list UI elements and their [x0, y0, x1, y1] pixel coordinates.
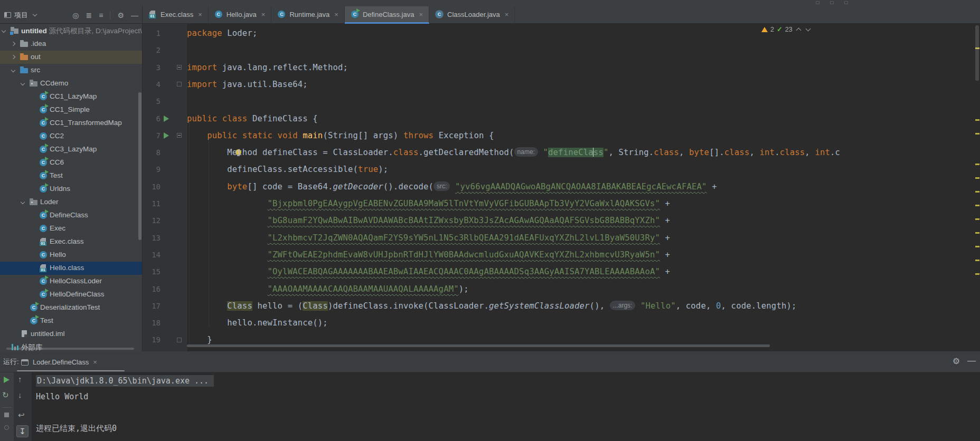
expand-all-icon[interactable]: ≣ — [86, 11, 92, 20]
line-number[interactable]: 8 — [143, 144, 161, 161]
chevron-down-icon[interactable] — [21, 81, 25, 85]
rerun-failed-icon[interactable]: ↻ — [2, 390, 9, 400]
code-line-3[interactable]: import java.lang.reflect.Method; — [187, 59, 348, 76]
code-line-1[interactable]: package Loder; — [187, 25, 257, 42]
close-icon[interactable]: × — [261, 11, 266, 18]
tree-item-Test[interactable]: Test — [0, 314, 143, 328]
rerun-button[interactable] — [4, 377, 10, 383]
tree-item-untitled[interactable]: untitled 源代码根目录, D:\javaProject\un — [0, 24, 143, 37]
tree-item-Loder[interactable]: Loder — [0, 196, 143, 209]
editor-horizontal-scrollbar[interactable] — [187, 344, 770, 347]
line-number[interactable]: 15 — [143, 263, 161, 280]
tree-item-CC1_Simple[interactable]: CC1_Simple — [0, 103, 143, 117]
hide-panel-icon[interactable]: — — [967, 356, 976, 366]
close-icon[interactable]: × — [93, 358, 97, 366]
tree-item-src[interactable]: src — [0, 64, 143, 77]
code-line-9[interactable]: defineClass.setAccessible(true); — [187, 161, 388, 178]
fold-marker-icon[interactable] — [177, 133, 182, 138]
tree-item-DeserializationTest[interactable]: DeserializationTest — [0, 301, 143, 314]
tree-item-CC6[interactable]: CC6 — [0, 156, 143, 169]
line-number[interactable]: 12 — [143, 212, 161, 229]
fold-marker-icon[interactable] — [177, 82, 182, 87]
run-configuration-tab[interactable]: Loder.DefineClass × — [19, 354, 99, 370]
line-number[interactable]: 16 — [143, 281, 161, 298]
code-line-11[interactable]: "Bjxpbml0PgEAAygpVgEABENvZGUBAA9MaW5lTnV… — [187, 195, 670, 212]
tree-item-Hello[interactable]: Hello — [0, 248, 143, 262]
tree-item-HelloDefineClass[interactable]: HelloDefineClass — [0, 288, 143, 301]
tree-item-Exec.class[interactable]: Exec.class — [0, 235, 143, 248]
scroll-to-end-icon[interactable]: ↧ — [16, 425, 29, 437]
run-line-icon[interactable] — [164, 116, 169, 122]
tree-item-Exec[interactable]: Exec — [0, 222, 143, 235]
soft-wrap-icon[interactable]: ↩ — [18, 410, 25, 420]
code-line-10[interactable]: byte[] code = Base64.getDecoder().decode… — [187, 178, 717, 195]
line-number[interactable]: 4 — [143, 76, 161, 93]
line-number[interactable]: 11 — [143, 195, 161, 212]
tree-item-out[interactable]: out — [0, 51, 143, 64]
tree-item-Test[interactable]: Test — [0, 169, 143, 183]
code-line-12[interactable]: "bG8uamF2YQwABwAIBwAVDAAWABcBAAtIZWxsbyB… — [187, 212, 670, 229]
tab-Hello.java[interactable]: Hello.java× — [209, 6, 272, 24]
tree-item-CC1_TransformedMap[interactable]: CC1_TransformedMap — [0, 117, 143, 130]
chevron-right-icon[interactable] — [11, 55, 15, 59]
code-line-8[interactable]: Method defineClass = ClassLoader.class.g… — [187, 144, 840, 161]
close-icon[interactable]: × — [419, 11, 423, 18]
inspections-widget[interactable]: 2 ✓ 23 — [761, 25, 812, 33]
tree-item-Hello.class[interactable]: Hello.class — [0, 262, 143, 275]
prev-problem-icon[interactable] — [796, 28, 801, 33]
hide-panel-icon[interactable]: — — [131, 11, 138, 20]
toolbar-icon[interactable] — [844, 1, 848, 4]
code-line-16[interactable]: "AAAOAAMAAAACAAQABAAMAAUAAQALAAAAAgAM"); — [187, 281, 469, 298]
close-icon[interactable]: × — [334, 11, 338, 18]
toolbar-icon[interactable] — [830, 1, 834, 4]
tree-item-Urldns[interactable]: Urldns — [0, 183, 143, 196]
code-editor[interactable]: 12345678910111213141516171819 package Lo… — [143, 24, 980, 351]
tree-item-CCdemo[interactable]: CCdemo — [0, 77, 143, 90]
line-number[interactable]: 17 — [143, 298, 161, 314]
code-line-7[interactable]: public static void main(String[] args) t… — [187, 127, 494, 144]
tab-DefineClass.java[interactable]: DefineClass.java× — [345, 6, 429, 24]
console-output[interactable]: D:\Java\jdk1.8.0_65\bin\java.exe ...Hell… — [36, 372, 976, 441]
line-number[interactable]: 1 — [143, 25, 161, 42]
gear-icon[interactable]: ⚙ — [117, 11, 124, 20]
line-number[interactable]: 18 — [143, 314, 161, 331]
dump-threads-icon[interactable] — [4, 425, 9, 430]
code-line-13[interactable]: "L2xhbmcvT2JqZWN0AQAQamF2YS9sYW5nL1N5c3R… — [187, 229, 670, 246]
line-number[interactable]: 14 — [143, 246, 161, 263]
tree-item-HelloClassLoder[interactable]: HelloClassLoder — [0, 275, 143, 288]
fold-marker-icon[interactable] — [177, 65, 182, 70]
locate-icon[interactable]: ◎ — [72, 11, 79, 20]
close-icon[interactable]: × — [505, 11, 509, 18]
down-stacktrace-icon[interactable]: ↓ — [18, 390, 22, 399]
code-line-15[interactable]: "OylWACEABQAGAAAAAAABAAEABwAIAAEACQAAAC0… — [187, 263, 670, 280]
tree-item-CC2[interactable]: CC2 — [0, 130, 143, 143]
chevron-down-icon[interactable] — [2, 28, 6, 33]
code-line-17[interactable]: Class hello = (Class)defineClass.invoke(… — [187, 298, 797, 314]
code-line-14[interactable]: "ZWFtOwEAE2phdmEvaW8vUHJpbnRTdHJlYW0BAAd… — [187, 246, 670, 263]
close-icon[interactable]: × — [198, 11, 202, 18]
chevron-down-icon[interactable] — [33, 12, 37, 16]
collapse-all-icon[interactable]: ≡ — [99, 11, 103, 20]
stop-button[interactable] — [4, 413, 9, 417]
line-number[interactable]: 6 — [143, 110, 161, 127]
code-area[interactable]: package Loder;import java.lang.reflect.M… — [187, 24, 980, 351]
editor-vertical-scrollbar[interactable] — [975, 25, 979, 81]
up-stacktrace-icon[interactable]: ↑ — [18, 375, 22, 384]
code-line-4[interactable]: import java.util.Base64; — [187, 76, 308, 93]
tree-item-untitled.iml[interactable]: untitled.iml — [0, 328, 143, 341]
tab-Exec.class[interactable]: Exec.class× — [143, 6, 209, 24]
tree-item-.idea[interactable]: .idea — [0, 37, 143, 51]
line-number[interactable]: 13 — [143, 229, 161, 246]
chevron-right-icon[interactable] — [11, 42, 15, 46]
line-number[interactable]: 9 — [143, 161, 161, 178]
gear-icon[interactable]: ⚙ — [953, 356, 960, 366]
fold-marker-icon[interactable] — [177, 338, 182, 342]
chevron-down-icon[interactable] — [21, 200, 25, 204]
code-line-6[interactable]: public class DefineClass { — [187, 110, 318, 127]
line-number[interactable]: 2 — [143, 42, 161, 59]
toolbar-icon[interactable] — [816, 1, 819, 4]
project-panel-title[interactable]: 项目 — [14, 11, 28, 20]
line-number[interactable]: 3 — [143, 59, 161, 76]
chevron-down-icon[interactable] — [11, 68, 15, 72]
tab-Runtime.java[interactable]: Runtime.java× — [271, 6, 344, 24]
